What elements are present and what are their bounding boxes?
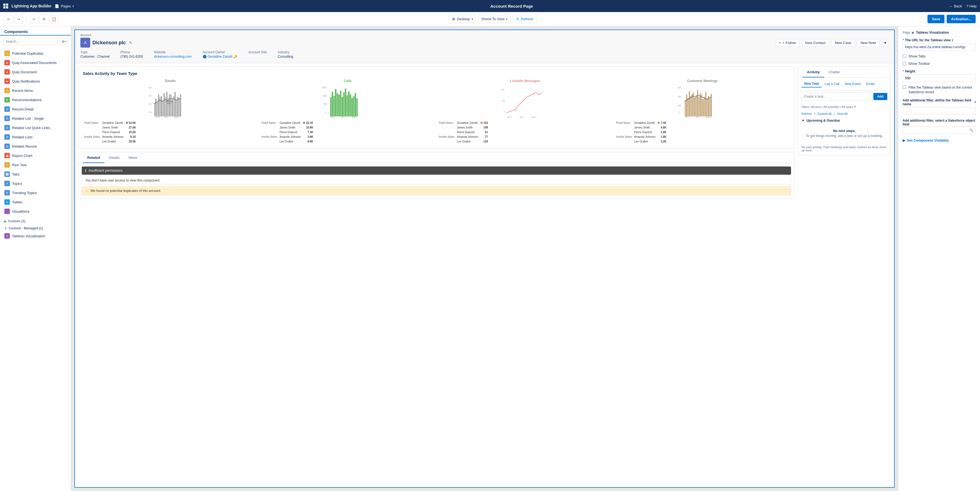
tableau-url-input[interactable]	[903, 43, 975, 51]
sidebar-item-tabs[interactable]: ⬜Tabs	[0, 170, 71, 179]
sidebar-item-recommendations[interactable]: ▼Recommendations	[0, 95, 71, 105]
trending-topics-icon: ☰	[5, 190, 10, 195]
activation-button[interactable]: Activation...	[947, 15, 975, 23]
new-event-button[interactable]: New Event	[842, 80, 864, 87]
related-lists-icon: ☰	[5, 134, 10, 140]
svg-point-58	[523, 100, 524, 101]
show-tabs-checkbox[interactable]	[903, 54, 906, 58]
filter-salesforce-label: Filter the Tableau view based on the cur…	[908, 85, 975, 95]
svg-rect-5	[155, 99, 156, 116]
undo-button[interactable]: ↩	[5, 15, 13, 24]
component-list: ⬡Potential Duplicates●Quip Associated Do…	[0, 48, 71, 217]
tab-details[interactable]: Details	[105, 152, 124, 163]
svg-rect-81	[704, 97, 705, 116]
copy-button[interactable]: ⧉	[40, 15, 48, 24]
canvas-area: Account A Dickenson plc ✎ + + Follow	[71, 26, 898, 491]
sidebar-item-record-detail[interactable]: ☰Record Detail	[0, 105, 71, 114]
svg-point-59	[533, 94, 534, 95]
object-field-search-input[interactable]	[903, 126, 975, 134]
new-contact-button[interactable]: New Contact	[802, 39, 829, 46]
paste-button[interactable]: 📋	[49, 15, 58, 24]
email-button[interactable]: Email	[864, 80, 877, 87]
expand-all-link[interactable]: Expand All	[817, 112, 832, 115]
new-note-button[interactable]: New Note	[857, 39, 880, 46]
sidebar-item-tableau[interactable]: ✦ Tableau Visualization	[0, 231, 71, 241]
additional-filter-name-input[interactable]	[903, 107, 975, 115]
tab-related[interactable]: Related	[83, 152, 105, 163]
related-list-single-icon: ☰	[5, 116, 10, 121]
svg-rect-69	[687, 98, 689, 116]
svg-rect-10	[162, 100, 163, 116]
sidebar-item-quip-document[interactable]: ●Quip Document	[0, 67, 71, 76]
log-call-button[interactable]: Log a Call	[822, 80, 842, 87]
sidebar-item-trending-topics[interactable]: ☰Trending Topics	[0, 188, 71, 197]
url-info-icon[interactable]: ℹ	[952, 38, 953, 42]
add-task-button[interactable]: Add	[873, 93, 887, 100]
activity-tab-activity[interactable]: Activity	[803, 67, 824, 77]
svg-rect-39	[340, 91, 341, 116]
save-button[interactable]: Save	[928, 15, 945, 23]
upcoming-header: ▼ Upcoming & Overdue	[798, 116, 891, 125]
svg-rect-9	[161, 96, 162, 116]
sidebar-item-related-list-single[interactable]: ☰Related List - Single	[0, 114, 71, 123]
meetings-chart-svg: 600 400 200 0	[615, 85, 790, 118]
account-edit-icon[interactable]: ✎	[129, 40, 132, 45]
back-arrow-icon: ←	[950, 4, 953, 8]
sidebar-item-related-lists[interactable]: ☰Related Lists	[0, 132, 71, 141]
refresh-link[interactable]: Refresh	[802, 112, 812, 115]
breadcrumb-page: Page	[903, 31, 910, 35]
sidebar-item-twitter[interactable]: ✦Twitter	[0, 197, 71, 207]
activity-panel: Activity Chatter New Task Log a Call New…	[798, 67, 891, 156]
device-selector[interactable]: 🖥 Desktop ▾	[449, 15, 476, 23]
new-case-button[interactable]: New Case	[831, 39, 855, 46]
account-title-row: A Dickenson plc ✎ + + Follow New Contact…	[80, 38, 889, 48]
custom-section-header[interactable]: ▶ Custom (1)	[0, 217, 71, 224]
related-section: Related Details News ℹ Insufficient perm…	[78, 152, 795, 199]
pages-button[interactable]: 📄 Pages ▾	[55, 4, 74, 8]
view-all-link[interactable]: View All	[837, 112, 847, 115]
set-visibility-section[interactable]: ▶ Set Component Visibility	[903, 138, 975, 143]
activity-tab-chatter[interactable]: Chatter	[824, 67, 845, 77]
sidebar-item-quip-notifications[interactable]: ●Quip Notifications	[0, 76, 71, 86]
redo-button[interactable]: ↪	[14, 15, 23, 24]
sidebar-item-recent-items[interactable]: ◷Recent Items	[0, 86, 71, 95]
sidebar-item-visualforce[interactable]: Visualforce	[0, 207, 71, 216]
sidebar-item-related-record[interactable]: ☰Related Record	[0, 141, 71, 151]
filter-dropdown-icon[interactable]: ▾	[854, 105, 856, 108]
tab-news[interactable]: News	[124, 152, 142, 163]
sidebar-item-related-list-quick[interactable]: ☰Related List Quick Links	[0, 123, 71, 132]
refresh-button[interactable]: ↻ Refresh	[513, 15, 537, 23]
svg-rect-46	[352, 98, 353, 116]
additional-filter-name-info-icon[interactable]: ℹ	[975, 100, 975, 104]
custom-managed-section-header[interactable]: ▼ Custom - Managed (1)	[0, 224, 71, 231]
help-button[interactable]: ? Help	[966, 4, 977, 8]
website-link[interactable]: dickenson-consulting.com	[154, 55, 192, 59]
view-selector[interactable]: Shrink To View ▾	[478, 15, 511, 23]
svg-text:Aug 1: Aug 1	[706, 116, 711, 118]
svg-rect-71	[690, 96, 691, 116]
sidebar-item-report-chart[interactable]: ▣Report Chart	[0, 151, 71, 160]
account-header: Account A Dickenson plc ✎ + + Follow	[75, 30, 894, 63]
set-visibility-label: Set Component Visibility	[907, 138, 949, 143]
filter-salesforce-checkbox[interactable]	[903, 85, 906, 89]
show-toolbar-checkbox[interactable]	[903, 62, 906, 65]
more-actions-button[interactable]: ▾	[882, 39, 889, 46]
height-input[interactable]	[903, 75, 975, 82]
sidebar-search-input[interactable]	[3, 38, 58, 45]
gear-icon: ⚙	[62, 40, 65, 44]
sidebar-item-potential-duplicates[interactable]: ⬡Potential Duplicates	[0, 49, 71, 58]
account-record-icon: A	[80, 38, 90, 48]
sidebar-item-rich-text[interactable]: TRich Text	[0, 160, 71, 170]
back-button[interactable]: ← Back	[950, 4, 962, 8]
app-grid-icon[interactable]	[3, 3, 8, 8]
sidebar-settings-button[interactable]: ⚙ ▾	[60, 38, 68, 45]
follow-button[interactable]: + + Follow	[775, 39, 799, 46]
svg-rect-72	[692, 94, 693, 116]
task-input[interactable]	[802, 93, 871, 100]
owner-link[interactable]: 🔵 Geraldine Zanolli	[203, 55, 232, 59]
cut-button[interactable]: ✂	[30, 15, 38, 24]
new-task-button[interactable]: New Task	[802, 80, 822, 87]
sidebar-item-topics[interactable]: #Topics	[0, 179, 71, 188]
svg-rect-49	[356, 99, 358, 116]
sidebar-item-quip-associated[interactable]: ●Quip Associated Documents	[0, 58, 71, 67]
